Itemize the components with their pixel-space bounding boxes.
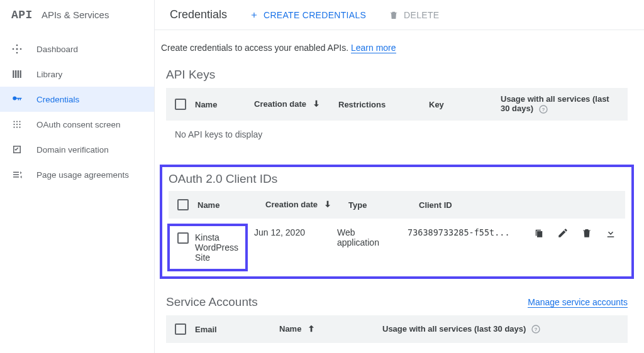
sidebar-item-library[interactable]: Library: [0, 62, 154, 87]
col-key[interactable]: Key: [429, 100, 492, 109]
edit-button[interactable]: [557, 227, 569, 241]
plus-icon: [250, 11, 258, 19]
service-accounts-header-row: Email Name Usage with all services (last…: [166, 315, 628, 343]
row-name: Kinsta WordPress Site: [195, 232, 240, 263]
arrow-down-icon: [311, 99, 321, 111]
learn-more-link[interactable]: Learn more: [351, 43, 396, 53]
sidebar-item-dashboard[interactable]: Dashboard: [0, 36, 154, 62]
api-keys-section: API Keys Name Creation date Restrictions…: [160, 68, 634, 148]
copy-button[interactable]: [533, 227, 545, 241]
verify-icon: [11, 144, 23, 155]
sidebar-title: APIs & Services: [42, 9, 109, 20]
svg-point-11: [19, 121, 20, 122]
oauth-clients-title: OAuth 2.0 Client IDs: [169, 172, 625, 186]
svg-point-13: [16, 124, 18, 125]
api-keys-empty: No API keys to display: [166, 121, 628, 148]
svg-rect-8: [20, 70, 21, 78]
sidebar-item-page-usage-agreements[interactable]: Page usage agreements: [0, 162, 154, 187]
svg-rect-6: [15, 70, 16, 78]
sidebar-item-label: Domain verification: [36, 145, 109, 155]
svg-point-16: [16, 126, 18, 128]
svg-point-14: [19, 124, 20, 125]
col-creation-date-label: Creation date: [254, 99, 306, 108]
oauth-clients-section: OAuth 2.0 Client IDs Name Creation date …: [160, 165, 634, 279]
col-restrictions[interactable]: Restrictions: [338, 100, 420, 109]
agreement-icon: [11, 169, 23, 180]
col-usage-label: Usage with all services (last 30 days): [382, 324, 526, 334]
col-creation-date[interactable]: Creation date: [254, 99, 330, 111]
svg-point-4: [16, 52, 18, 54]
svg-text:?: ?: [535, 327, 538, 332]
sidebar-item-domain-verification[interactable]: Domain verification: [0, 137, 154, 162]
col-name[interactable]: Name: [197, 200, 257, 210]
svg-point-9: [13, 121, 14, 122]
sidebar-header: API APIs & Services: [0, 0, 154, 30]
col-type[interactable]: Type: [348, 200, 410, 210]
create-credentials-button[interactable]: Create Credentials: [250, 10, 366, 20]
select-all-checkbox[interactable]: [177, 199, 189, 210]
svg-point-1: [13, 48, 14, 50]
col-usage[interactable]: Usage with all services (last 30 days) ?: [501, 94, 619, 114]
sidebar: API APIs & Services Dashboard Library: [0, 0, 155, 353]
api-logo: API: [11, 9, 33, 21]
delete-button[interactable]: Delete: [389, 10, 439, 20]
svg-point-12: [13, 124, 14, 125]
delete-label: Delete: [404, 10, 439, 20]
service-accounts-empty: No service accounts to display: [166, 343, 628, 353]
arrow-up-icon: [306, 323, 316, 335]
intro-body: Create credentials to access your enable…: [161, 43, 351, 53]
svg-rect-7: [18, 70, 19, 78]
create-credentials-label: Create Credentials: [264, 10, 366, 20]
svg-point-17: [19, 126, 20, 128]
sidebar-item-label: OAuth consent screen: [36, 120, 121, 129]
svg-text:?: ?: [541, 106, 545, 112]
oauth-client-name-highlight: Kinsta WordPress Site: [167, 224, 248, 271]
dashboard-icon: [11, 43, 23, 55]
row-created: Jun 12, 2020: [254, 226, 328, 237]
delete-row-button[interactable]: [581, 227, 592, 241]
toolbar: Credentials Create Credentials Delete: [155, 0, 644, 30]
help-icon[interactable]: ?: [531, 324, 541, 334]
select-all-checkbox[interactable]: [175, 99, 186, 110]
sidebar-item-label: Credentials: [36, 95, 79, 104]
row-type: Web application: [337, 226, 399, 247]
svg-point-0: [16, 48, 18, 50]
trash-icon: [389, 10, 399, 20]
manage-service-accounts-link[interactable]: Manage service accounts: [528, 297, 628, 308]
svg-point-3: [16, 45, 18, 46]
sidebar-item-oauth-consent[interactable]: OAuth consent screen: [0, 112, 154, 137]
col-usage-label: Usage with all services (last 30 days): [501, 94, 609, 113]
key-icon: [11, 94, 23, 105]
arrow-down-icon: [323, 199, 333, 211]
service-accounts-section: Service Accounts Manage service accounts…: [160, 295, 634, 353]
consent-icon: [11, 119, 23, 130]
select-all-checkbox[interactable]: [175, 323, 186, 335]
main: Credentials Create Credentials Delete Cr…: [155, 0, 644, 353]
row-client-id: 736389733285-f55t...: [408, 226, 522, 237]
sidebar-item-credentials[interactable]: Credentials: [0, 87, 154, 112]
col-creation-date-label: Creation date: [265, 199, 318, 209]
download-button[interactable]: [605, 227, 616, 241]
col-email[interactable]: Email: [195, 325, 270, 334]
svg-point-2: [20, 48, 22, 50]
api-keys-header-row: Name Creation date Restrictions Key Usag…: [166, 88, 628, 121]
library-icon: [11, 68, 23, 80]
col-usage[interactable]: Usage with all services (last 30 days) ?: [382, 324, 619, 335]
row-checkbox[interactable]: [177, 232, 189, 244]
intro-text: Create credentials to access your enable…: [160, 43, 634, 53]
sidebar-nav: Dashboard Library Credentials OAuth cons…: [0, 30, 154, 193]
svg-rect-5: [13, 70, 14, 78]
page-title: Credentials: [170, 8, 227, 21]
sidebar-item-label: Page usage agreements: [36, 170, 129, 180]
col-creation-date[interactable]: Creation date: [265, 199, 340, 211]
col-name[interactable]: Name: [279, 323, 374, 335]
col-name[interactable]: Name: [195, 100, 245, 109]
api-keys-title: API Keys: [166, 68, 215, 82]
oauth-clients-header-row: Name Creation date Type Client ID: [169, 191, 625, 219]
col-name-label: Name: [279, 323, 301, 333]
sidebar-item-label: Library: [36, 70, 62, 79]
help-icon[interactable]: ?: [538, 104, 548, 114]
svg-point-15: [13, 126, 14, 128]
oauth-client-row[interactable]: Kinsta WordPress Site Jun 12, 2020 Web a…: [169, 219, 625, 276]
col-client-id[interactable]: Client ID: [419, 200, 522, 210]
